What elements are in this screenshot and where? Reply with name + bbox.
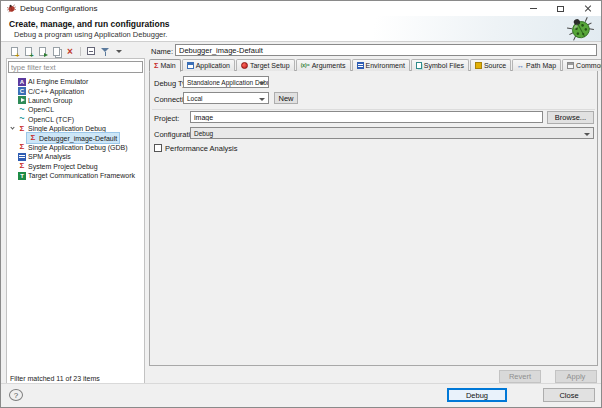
titlebar: Debug Configurations bbox=[1, 1, 601, 16]
menu-arrow-icon bbox=[116, 50, 122, 53]
target-comm-icon bbox=[18, 172, 26, 180]
single-app-debug-icon bbox=[18, 143, 26, 151]
tab-path-map[interactable]: Path Map bbox=[512, 59, 561, 71]
name-input[interactable] bbox=[175, 44, 597, 56]
opencl-icon bbox=[18, 115, 26, 123]
toolbar-delete[interactable] bbox=[65, 46, 75, 57]
expander-icon bbox=[9, 171, 16, 180]
banner-subtitle: Debug a program using Application Debugg… bbox=[14, 30, 167, 39]
expander-icon bbox=[9, 77, 16, 86]
main-tab-content: Debug Type: Standalone Application Debug… bbox=[149, 70, 598, 366]
browse-button[interactable]: Browse... bbox=[547, 111, 594, 124]
tab-environment[interactable]: Environment bbox=[352, 59, 410, 71]
tab-path-map-icon bbox=[517, 62, 524, 69]
configurations-toolbar bbox=[7, 45, 126, 57]
editor-action-buttons: Revert Apply bbox=[499, 370, 597, 383]
tree-item-opencl[interactable]: OpenCL bbox=[7, 105, 144, 114]
dialog-footer: Debug Close bbox=[1, 383, 601, 407]
ai-engine-icon bbox=[18, 78, 26, 86]
minimize-icon bbox=[530, 8, 537, 9]
expander-icon bbox=[9, 152, 16, 161]
tab-symbol-files[interactable]: Symbol Files bbox=[411, 59, 469, 71]
tree-item-ai-engine-emulator[interactable]: AI Engine Emulator bbox=[7, 77, 144, 86]
window-control-close-x[interactable] bbox=[574, 1, 601, 16]
dropdown-arrow-icon bbox=[259, 98, 265, 101]
expander-icon bbox=[9, 124, 16, 133]
close-button[interactable]: Close bbox=[543, 388, 595, 402]
toolbar-new-prototype[interactable] bbox=[23, 46, 33, 57]
tree-item-single-application-debug-gdb[interactable]: Single Application Debug (GDB) bbox=[7, 143, 144, 152]
expander-icon bbox=[9, 162, 16, 171]
filter-icon bbox=[101, 47, 110, 56]
tab-common[interactable]: Common bbox=[562, 59, 602, 71]
cpp-app-icon bbox=[18, 87, 26, 95]
tab-common-icon bbox=[567, 62, 574, 69]
ladybug-graphic bbox=[567, 17, 594, 42]
tree-item-target-communication-framework[interactable]: Target Communication Framework bbox=[7, 171, 144, 180]
configurations-tree-panel: AI Engine Emulator C/C++ Application bbox=[6, 58, 145, 385]
new-connection-button[interactable]: New bbox=[274, 92, 298, 104]
window-control-minimize[interactable] bbox=[520, 1, 547, 16]
header-banner: Create, manage, and run configurations D… bbox=[1, 16, 601, 42]
apply-button[interactable]: Apply bbox=[555, 370, 597, 383]
tab-main-icon bbox=[154, 62, 159, 69]
dropdown-arrow-icon bbox=[584, 133, 590, 136]
expander-icon bbox=[9, 87, 16, 96]
tree-item-single-application-debug[interactable]: Single Application Debug bbox=[7, 124, 144, 133]
toolbar-menu-arrow[interactable] bbox=[114, 46, 124, 57]
tab-application[interactable]: Application bbox=[182, 59, 235, 71]
system-project-debug-icon bbox=[18, 162, 26, 170]
launch-group-icon bbox=[18, 96, 26, 104]
expander-icon bbox=[9, 143, 16, 152]
tree-item-opencl-tcf[interactable]: OpenCL (TCF) bbox=[7, 115, 144, 124]
duplicate-icon bbox=[53, 47, 60, 56]
performance-analysis-checkbox[interactable] bbox=[154, 144, 162, 152]
bug-icon bbox=[7, 4, 16, 13]
debug-button[interactable]: Debug bbox=[447, 388, 507, 402]
tab-source[interactable]: Source bbox=[470, 59, 511, 71]
spm-analysis-icon bbox=[18, 153, 26, 161]
filter-status: Filter matched 11 of 23 items bbox=[10, 375, 100, 382]
delete-icon bbox=[66, 47, 75, 56]
help-button[interactable] bbox=[9, 389, 23, 401]
expander-icon bbox=[9, 96, 16, 105]
project-input[interactable] bbox=[190, 111, 543, 123]
toolbar-export[interactable] bbox=[37, 46, 47, 57]
banner-title: Create, manage, and run configurations bbox=[9, 19, 170, 29]
dropdown-arrow-icon bbox=[259, 82, 265, 85]
filter-input[interactable] bbox=[8, 61, 143, 73]
collapse-all-icon bbox=[87, 47, 95, 55]
tab-environment-icon bbox=[357, 62, 364, 69]
tree-item-system-project-debug[interactable]: System Project Debug bbox=[7, 162, 144, 171]
expander-icon bbox=[20, 134, 27, 143]
tab-arguments[interactable]: Arguments bbox=[296, 59, 351, 71]
tree-item-debugger-image-default[interactable]: Debugger_image-Default bbox=[7, 133, 144, 142]
toolbar-separator bbox=[80, 47, 81, 56]
maximize-icon bbox=[557, 6, 564, 12]
toolbar-filter[interactable] bbox=[100, 46, 110, 57]
connection-select[interactable]: Local bbox=[183, 92, 269, 104]
window-title: Debug Configurations bbox=[20, 4, 97, 13]
tab-main[interactable]: Main bbox=[149, 59, 181, 72]
configuration-select[interactable]: Debug bbox=[190, 127, 594, 139]
tree-item-c-c-application[interactable]: C/C++ Application bbox=[7, 86, 144, 95]
tab-source-icon bbox=[475, 62, 482, 69]
tree-item-launch-group[interactable]: Launch Group bbox=[7, 96, 144, 105]
tab-target-setup[interactable]: Target Setup bbox=[236, 59, 295, 71]
debug-type-select[interactable]: Standalone Application Debug bbox=[183, 76, 269, 88]
tab-target-setup-icon bbox=[241, 62, 248, 69]
toolbar-collapse-all[interactable] bbox=[86, 46, 96, 57]
toolbar-duplicate[interactable] bbox=[51, 46, 61, 57]
tree-item-spm-analysis[interactable]: SPM Analysis bbox=[7, 152, 144, 161]
window-control-maximize[interactable] bbox=[547, 1, 574, 16]
toolbar-new-configuration[interactable] bbox=[9, 46, 19, 57]
close-x-icon bbox=[584, 5, 592, 13]
editor-tabs: Main Application Target Setup Ar bbox=[149, 58, 598, 71]
tab-symbol-files-icon bbox=[416, 62, 422, 69]
single-app-debug-icon bbox=[29, 134, 37, 142]
tab-arguments-icon bbox=[301, 62, 310, 69]
name-label: Name: bbox=[151, 47, 173, 56]
revert-button[interactable]: Revert bbox=[499, 370, 541, 383]
project-label: Project: bbox=[154, 114, 179, 123]
new-prototype-icon bbox=[25, 47, 32, 56]
